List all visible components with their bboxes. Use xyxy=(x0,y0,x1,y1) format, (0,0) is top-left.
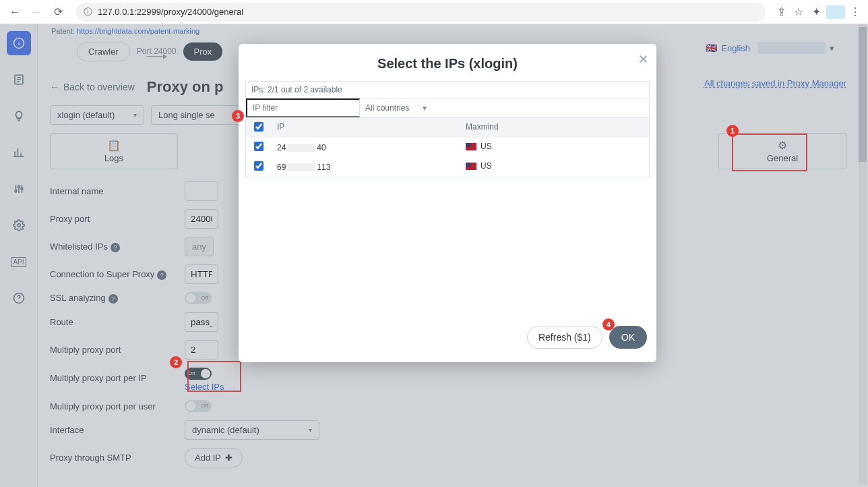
url-text: 127.0.0.1:22999/proxy/24000/general xyxy=(98,7,243,17)
extensions-icon[interactable]: ✦ xyxy=(809,5,824,20)
ok-button[interactable]: OK xyxy=(609,326,647,349)
table-row[interactable]: 2440 US xyxy=(246,138,649,157)
share-icon[interactable]: ⇪ xyxy=(774,5,788,20)
ip-summary: IPs: 2/1 out of 2 available xyxy=(246,82,649,98)
annotation-badge-1: 1 xyxy=(726,125,739,137)
annotation-badge-2: 2 xyxy=(170,356,182,368)
menu-icon[interactable]: ⋮ xyxy=(848,5,863,20)
us-flag-icon xyxy=(466,163,476,170)
ip-filter-input[interactable] xyxy=(246,98,360,117)
country-cell: US xyxy=(460,157,649,177)
forward-nav-icon[interactable]: → xyxy=(27,3,46,22)
profile-avatar[interactable] xyxy=(826,5,845,19)
url-bar[interactable]: ⓘ 127.0.0.1:22999/proxy/24000/general xyxy=(75,3,766,22)
ip-cell: 69113 xyxy=(272,157,460,177)
refresh-button[interactable]: Refresh ($1) xyxy=(527,326,602,349)
table-row[interactable]: 69113 US xyxy=(246,157,649,177)
close-icon[interactable]: ✕ xyxy=(638,52,648,67)
browser-bar: ← → ⟳ ⓘ 127.0.0.1:22999/proxy/24000/gene… xyxy=(0,0,868,24)
annotation-badge-4: 4 xyxy=(602,318,615,331)
country-cell: US xyxy=(460,138,649,157)
select-all-checkbox[interactable] xyxy=(254,122,264,132)
th-maxmind: Maxmind xyxy=(460,118,649,138)
site-info-icon[interactable]: ⓘ xyxy=(84,6,92,18)
modal-title: Select the IPs (xlogin) xyxy=(245,56,650,71)
row-checkbox[interactable] xyxy=(254,161,264,171)
reload-icon[interactable]: ⟳ xyxy=(49,3,67,22)
annotation-badge-3: 3 xyxy=(232,110,244,122)
country-selector[interactable]: All countries▾ xyxy=(360,98,649,117)
select-ips-modal: Select the IPs (xlogin) ✕ IPs: 2/1 out o… xyxy=(239,44,656,362)
ip-cell: 2440 xyxy=(272,138,460,157)
back-nav-icon[interactable]: ← xyxy=(5,3,24,22)
row-checkbox[interactable] xyxy=(254,142,264,151)
us-flag-icon xyxy=(466,143,476,150)
ip-table: IP Maxmind 2440 US 69113 US xyxy=(245,118,650,177)
country-value: All countries xyxy=(365,103,409,113)
th-ip: IP xyxy=(272,118,460,138)
chevron-down-icon: ▾ xyxy=(423,103,427,113)
bookmark-icon[interactable]: ☆ xyxy=(791,5,806,20)
